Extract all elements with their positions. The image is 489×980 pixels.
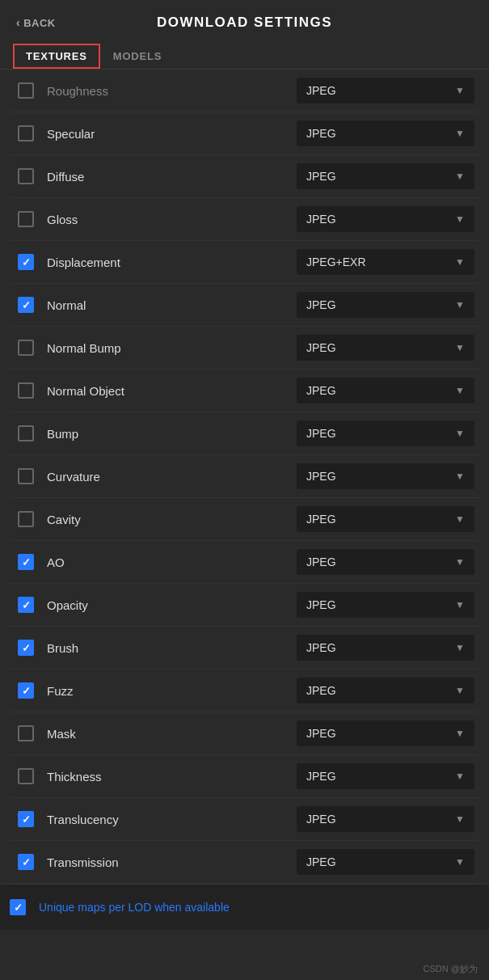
texture-row: ✓NormalJPEG▼ xyxy=(10,284,479,327)
format-label: JPEG xyxy=(306,213,336,226)
texture-row: BumpJPEG▼ xyxy=(10,412,479,455)
texture-row: Normal BumpJPEG▼ xyxy=(10,327,479,370)
texture-name-label: Mask xyxy=(47,727,297,741)
format-select-curvature[interactable]: JPEG▼ xyxy=(297,463,474,489)
format-select-opacity[interactable]: JPEG▼ xyxy=(297,592,474,618)
format-select-brush[interactable]: JPEG▼ xyxy=(297,635,474,661)
checkbox-specular[interactable] xyxy=(15,122,37,145)
format-label: JPEG xyxy=(306,641,336,654)
format-select-normal[interactable]: JPEG▼ xyxy=(297,292,474,318)
texture-row: MaskJPEG▼ xyxy=(10,712,479,755)
format-select-roughness[interactable]: JPEG ▼ xyxy=(297,78,474,103)
chevron-down-icon: ▼ xyxy=(455,171,465,182)
format-select-normal-object[interactable]: JPEG▼ xyxy=(297,378,474,403)
texture-row-roughness: Roughness JPEG ▼ xyxy=(10,70,479,112)
format-label: JPEG xyxy=(306,384,336,397)
format-label: JPEG xyxy=(306,127,336,140)
checkbox-normal-bump[interactable] xyxy=(15,336,37,359)
back-label: BACK xyxy=(23,17,56,29)
tab-textures[interactable]: TEXTURES xyxy=(13,44,100,69)
texture-name-label: Cavity xyxy=(47,513,297,526)
texture-name-label: Opacity xyxy=(47,598,297,612)
format-label-roughness: JPEG xyxy=(306,84,336,97)
checkbox-cavity[interactable] xyxy=(15,508,37,530)
chevron-down-icon: ▼ xyxy=(455,256,465,268)
unique-maps-label: Unique maps per LOD when available xyxy=(39,901,230,914)
format-label: JPEG xyxy=(306,513,336,526)
format-select-ao[interactable]: JPEG▼ xyxy=(297,549,474,575)
format-select-cavity[interactable]: JPEG▼ xyxy=(297,506,474,532)
format-select-normal-bump[interactable]: JPEG▼ xyxy=(297,335,474,361)
format-label: JPEG+EXR xyxy=(306,256,366,268)
format-select-bump[interactable]: JPEG▼ xyxy=(297,420,474,446)
checkbox-thickness[interactable] xyxy=(15,765,37,788)
chevron-down-icon: ▼ xyxy=(455,556,465,568)
format-label: JPEG xyxy=(306,298,336,311)
checkbox-diffuse[interactable] xyxy=(15,165,37,188)
texture-name-label: Translucency xyxy=(47,813,297,826)
format-select-displacement[interactable]: JPEG+EXR▼ xyxy=(297,249,474,275)
texture-row: GlossJPEG▼ xyxy=(10,198,479,241)
checkbox-ao[interactable]: ✓ xyxy=(15,551,37,573)
format-select-gloss[interactable]: JPEG▼ xyxy=(297,206,474,232)
texture-row: DiffuseJPEG▼ xyxy=(10,155,479,198)
texture-row: ✓FuzzJPEG▼ xyxy=(10,670,479,712)
format-select-specular[interactable]: JPEG▼ xyxy=(297,120,474,146)
checkbox-normal-object[interactable] xyxy=(15,379,37,402)
texture-name-label: Specular xyxy=(47,127,297,141)
chevron-down-icon: ▼ xyxy=(455,299,465,310)
format-label: JPEG xyxy=(306,470,336,483)
chevron-down-icon: ▼ xyxy=(455,813,465,825)
chevron-down-icon: ▼ xyxy=(455,85,465,96)
texture-row: ✓AOJPEG▼ xyxy=(10,541,479,584)
back-button[interactable]: ‹ BACK xyxy=(16,16,56,29)
checkbox-fuzz[interactable]: ✓ xyxy=(15,679,37,702)
texture-row: ✓TransmissionJPEG▼ xyxy=(10,841,479,884)
format-select-thickness[interactable]: JPEG▼ xyxy=(297,763,474,789)
checkbox-translucency[interactable]: ✓ xyxy=(15,808,37,830)
format-label: JPEG xyxy=(306,855,336,868)
tab-models[interactable]: MODELS xyxy=(100,44,175,69)
texture-name-label: Curvature xyxy=(47,470,297,484)
format-select-transmission[interactable]: JPEG▼ xyxy=(297,849,474,875)
format-label: JPEG xyxy=(306,170,336,183)
format-select-diffuse[interactable]: JPEG▼ xyxy=(297,163,474,189)
chevron-down-icon: ▼ xyxy=(455,213,465,225)
format-select-mask[interactable]: JPEG▼ xyxy=(297,720,474,746)
checkbox-mask[interactable] xyxy=(15,722,37,745)
content-area: Roughness JPEG ▼ SpecularJPEG▼DiffuseJPE… xyxy=(0,70,489,884)
format-label: JPEG xyxy=(306,770,336,783)
checkbox-bump[interactable] xyxy=(15,422,37,445)
format-label: JPEG xyxy=(306,555,336,568)
format-label: JPEG xyxy=(306,341,336,354)
checkbox-curvature[interactable] xyxy=(15,465,37,488)
texture-row: ✓TranslucencyJPEG▼ xyxy=(10,798,479,841)
checkbox-displacement[interactable]: ✓ xyxy=(15,251,37,273)
texture-name-label: Bump xyxy=(47,427,297,441)
chevron-down-icon: ▼ xyxy=(455,771,465,782)
checkbox-gloss[interactable] xyxy=(15,208,37,230)
chevron-down-icon: ▼ xyxy=(455,728,465,739)
texture-name-label: Diffuse xyxy=(47,170,297,184)
texture-name-label: Normal Object xyxy=(47,384,297,398)
checkbox-roughness[interactable] xyxy=(15,79,37,102)
format-select-translucency[interactable]: JPEG▼ xyxy=(297,806,474,832)
checkbox-brush[interactable]: ✓ xyxy=(15,636,37,659)
footer-row: ✓ Unique maps per LOD when available xyxy=(0,884,489,930)
texture-row: ThicknessJPEG▼ xyxy=(10,755,479,798)
texture-row: ✓BrushJPEG▼ xyxy=(10,627,479,670)
checkbox-normal[interactable]: ✓ xyxy=(15,294,37,316)
texture-name-roughness: Roughness xyxy=(47,84,297,98)
texture-row: Normal ObjectJPEG▼ xyxy=(10,370,479,412)
checkbox-opacity[interactable]: ✓ xyxy=(15,593,37,616)
format-label: JPEG xyxy=(306,727,336,740)
chevron-down-icon: ▼ xyxy=(455,428,465,439)
chevron-down-icon: ▼ xyxy=(455,599,465,610)
checkbox-unique-maps[interactable]: ✓ xyxy=(6,896,29,919)
format-select-fuzz[interactable]: JPEG▼ xyxy=(297,678,474,703)
tabs-container: TEXTURES MODELS xyxy=(0,40,489,70)
texture-name-label: Fuzz xyxy=(47,684,297,698)
format-label: JPEG xyxy=(306,427,336,440)
checkbox-transmission[interactable]: ✓ xyxy=(15,851,37,873)
format-label: JPEG xyxy=(306,813,336,826)
